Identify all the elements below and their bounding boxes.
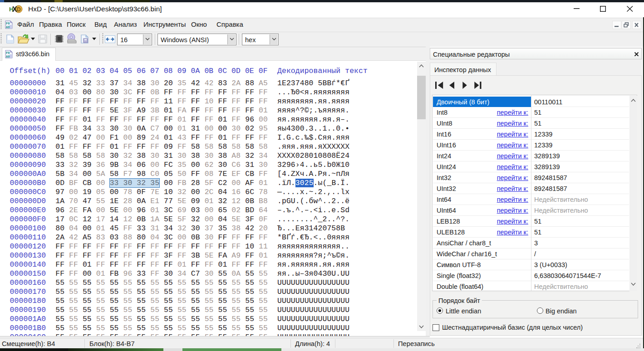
svg-text:X: X <box>12 5 17 13</box>
svg-text:D: D <box>17 6 21 13</box>
svg-text:A0: A0 <box>6 25 10 29</box>
svg-text:A0: A0 <box>6 55 10 58</box>
